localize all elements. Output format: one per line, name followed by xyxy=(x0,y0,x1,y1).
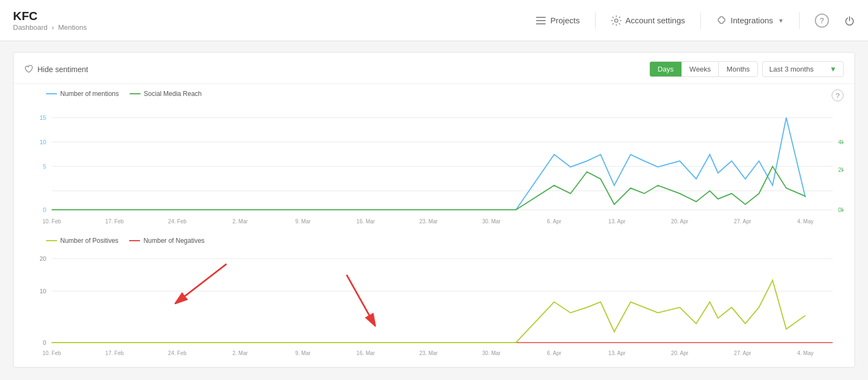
svg-text:2. Mar: 2. Mar xyxy=(232,218,248,224)
bottom-chart-legend: Number of Positives Number of Negatives xyxy=(24,237,844,244)
help-icon: ? xyxy=(815,14,829,28)
breadcrumb-root[interactable]: Dashboard xyxy=(13,23,48,31)
svg-text:10. Feb: 10. Feb xyxy=(42,350,61,356)
date-range-label: Last 3 months xyxy=(769,65,814,73)
hide-sentiment-button[interactable]: Hide sentiment xyxy=(24,65,88,74)
legend-positives-line xyxy=(46,240,57,241)
svg-text:6. Apr: 6. Apr xyxy=(547,350,561,356)
svg-text:4. May: 4. May xyxy=(797,218,813,224)
svg-text:4k: 4k xyxy=(838,139,844,145)
btn-days[interactable]: Days xyxy=(650,62,682,76)
svg-text:9. Mar: 9. Mar xyxy=(295,350,311,356)
legend-negatives-label: Number of Negatives xyxy=(143,237,205,244)
legend-positives: Number of Positives xyxy=(46,237,118,244)
svg-text:27. Apr: 27. Apr xyxy=(734,350,752,356)
svg-text:13. Apr: 13. Apr xyxy=(608,218,626,224)
header: KFC Dashboard › Mentions Projects xyxy=(0,0,868,41)
svg-text:17. Feb: 17. Feb xyxy=(105,350,124,356)
svg-point-3 xyxy=(615,19,618,22)
svg-text:16. Mar: 16. Mar xyxy=(356,350,375,356)
svg-text:0: 0 xyxy=(43,339,46,346)
power-icon xyxy=(844,15,855,26)
svg-text:17. Feb: 17. Feb xyxy=(105,218,124,224)
chart-toolbar: Hide sentiment Days Weeks Months Last 3 … xyxy=(14,61,854,84)
btn-months[interactable]: Months xyxy=(719,62,757,76)
svg-text:20. Apr: 20. Apr xyxy=(671,350,689,356)
chart-panel: Hide sentiment Days Weeks Months Last 3 … xyxy=(13,52,855,368)
svg-text:27. Apr: 27. Apr xyxy=(734,218,752,224)
top-chart-area: Number of mentions Social Media Reach ? xyxy=(24,89,844,231)
svg-text:20. Apr: 20. Apr xyxy=(671,218,689,224)
bottom-chart-svg: 20 10 0 10. Feb 17. Feb 24. Feb 2. Mar 9… xyxy=(24,248,844,367)
svg-text:30. Mar: 30. Mar xyxy=(482,218,501,224)
svg-line-50 xyxy=(347,275,374,324)
svg-text:9. Mar: 9. Mar xyxy=(295,218,311,224)
gear-icon xyxy=(611,15,622,26)
svg-text:23. Mar: 23. Mar xyxy=(419,350,438,356)
nav-divider-2 xyxy=(700,12,701,29)
legend-mentions: Number of mentions xyxy=(46,90,119,98)
svg-text:4. May: 4. May xyxy=(797,350,813,356)
top-chart-help-icon[interactable]: ? xyxy=(832,89,844,101)
nav-integrations-label: Integrations xyxy=(731,16,773,25)
nav-divider-3 xyxy=(799,12,800,29)
time-period-group: Days Weeks Months xyxy=(649,61,758,77)
svg-text:5: 5 xyxy=(43,163,46,170)
legend-mentions-label: Number of mentions xyxy=(60,90,119,98)
svg-text:24. Feb: 24. Feb xyxy=(168,218,187,224)
svg-rect-0 xyxy=(536,17,546,18)
svg-text:10. Feb: 10. Feb xyxy=(42,218,61,224)
btn-weeks[interactable]: Weeks xyxy=(682,62,719,76)
menu-icon xyxy=(535,15,546,26)
svg-text:2. Mar: 2. Mar xyxy=(232,350,248,356)
page-content: Hide sentiment Days Weeks Months Last 3 … xyxy=(0,41,868,378)
legend-social: Social Media Reach xyxy=(130,90,202,98)
puzzle-icon xyxy=(716,15,727,26)
svg-text:16. Mar: 16. Mar xyxy=(356,218,375,224)
toolbar-right: Days Weeks Months Last 3 months ▼ xyxy=(649,61,844,77)
svg-text:13. Apr: 13. Apr xyxy=(608,350,626,356)
legend-negatives: Number of Negatives xyxy=(129,237,205,244)
chevron-down-icon: ▼ xyxy=(778,17,784,24)
svg-text:15: 15 xyxy=(40,114,46,121)
svg-text:0k: 0k xyxy=(838,207,844,213)
svg-rect-2 xyxy=(536,23,546,24)
svg-text:0: 0 xyxy=(43,207,46,213)
svg-text:30. Mar: 30. Mar xyxy=(482,350,501,356)
legend-social-line xyxy=(130,93,141,94)
svg-line-49 xyxy=(177,264,227,302)
svg-text:10: 10 xyxy=(40,288,46,294)
nav-power[interactable] xyxy=(844,15,855,26)
breadcrumb-sep: › xyxy=(52,23,54,31)
svg-rect-1 xyxy=(536,20,546,21)
nav-account-settings-label: Account settings xyxy=(626,16,685,25)
nav-divider-1 xyxy=(595,12,596,29)
svg-text:23. Mar: 23. Mar xyxy=(419,218,438,224)
nav-account-settings[interactable]: Account settings xyxy=(611,15,685,26)
app-name: KFC xyxy=(13,9,87,23)
bottom-chart-area: Number of Positives Number of Negatives … xyxy=(24,237,844,367)
nav-integrations[interactable]: Integrations ▼ xyxy=(716,15,784,26)
top-chart-svg: 15 10 5 0 4k 2k 0k 10. Feb 17. Feb 24. F… xyxy=(24,101,844,231)
breadcrumb: Dashboard › Mentions xyxy=(13,23,87,31)
legend-mentions-line xyxy=(46,93,57,94)
legend-negatives-line xyxy=(129,240,140,241)
breadcrumb-current: Mentions xyxy=(58,23,87,31)
svg-text:20: 20 xyxy=(40,255,46,262)
dropdown-chevron-icon: ▼ xyxy=(829,65,837,73)
header-nav: Projects Account settings Integrations ▼ xyxy=(535,12,855,29)
nav-projects-label: Projects xyxy=(550,16,579,25)
header-left: KFC Dashboard › Mentions xyxy=(13,9,87,31)
svg-text:2k: 2k xyxy=(838,166,844,173)
date-range-dropdown[interactable]: Last 3 months ▼ xyxy=(762,61,844,77)
top-chart-legend: Number of mentions Social Media Reach xyxy=(24,90,202,98)
nav-projects[interactable]: Projects xyxy=(535,15,579,26)
svg-text:6. Apr: 6. Apr xyxy=(547,218,561,224)
nav-help[interactable]: ? xyxy=(815,14,829,28)
heart-icon xyxy=(24,65,33,74)
svg-text:10: 10 xyxy=(40,139,46,145)
svg-text:24. Feb: 24. Feb xyxy=(168,350,187,356)
hide-sentiment-label: Hide sentiment xyxy=(37,65,88,74)
legend-positives-label: Number of Positives xyxy=(60,237,118,244)
legend-social-label: Social Media Reach xyxy=(144,90,202,98)
